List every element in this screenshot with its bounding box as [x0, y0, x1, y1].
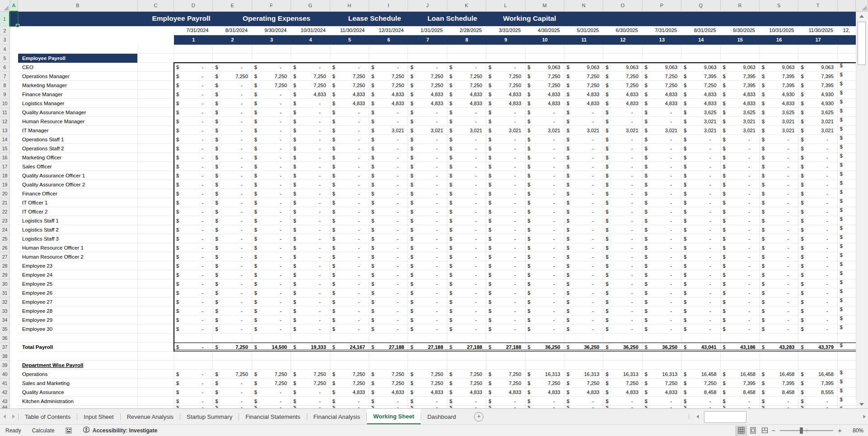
cell-I26[interactable]: $- [369, 243, 408, 252]
cell-D15[interactable]: $- [174, 144, 213, 153]
cell-K5[interactable] [447, 54, 486, 63]
cell-J28[interactable]: $- [408, 261, 447, 270]
cell-I8[interactable]: $7,250 [369, 81, 408, 90]
cell-T39[interactable] [798, 361, 837, 370]
cell-T33[interactable]: $- [798, 306, 837, 315]
cell-G14[interactable]: $- [291, 135, 330, 144]
cell-T17[interactable]: $- [798, 162, 837, 171]
cell-D31[interactable]: $- [174, 288, 213, 297]
cell-U19[interactable]: $ [838, 180, 856, 189]
cell-N6[interactable]: $9,063 [564, 63, 603, 72]
cell-H17[interactable]: $- [330, 162, 369, 171]
cell-D13[interactable]: $- [174, 126, 213, 135]
cell-I36[interactable] [369, 334, 408, 343]
cell-U14[interactable]: $ [838, 135, 856, 144]
cell-date-K2[interactable]: 2/28/2025 [447, 26, 486, 35]
cell-P33[interactable]: $- [643, 306, 681, 315]
cell-period-F3[interactable]: 3 [252, 35, 291, 45]
cell-G23[interactable]: $- [291, 216, 330, 225]
cell-J42[interactable]: $4,833 [408, 388, 447, 397]
cell-L19[interactable]: $- [486, 180, 525, 189]
row-label-36[interactable] [18, 334, 138, 343]
cell-T14[interactable]: $- [798, 135, 837, 144]
cell-R40[interactable]: $16,458 [721, 370, 760, 379]
cell-N30[interactable]: $- [564, 279, 603, 288]
cell-F7[interactable]: $7,250 [252, 72, 291, 81]
cell-E22[interactable]: $- [213, 207, 252, 216]
cell-K31[interactable]: $- [447, 288, 486, 297]
tab-financial-analysis[interactable]: Financial Analysis [307, 409, 366, 424]
cell-R23[interactable]: $- [721, 216, 760, 225]
cell-period-T3[interactable]: 17 [798, 35, 837, 45]
cell-E11[interactable]: $- [213, 108, 252, 117]
cell-G43[interactable]: $- [291, 397, 330, 406]
cell-K17[interactable]: $- [447, 162, 486, 171]
cell-N32[interactable]: $- [564, 297, 603, 306]
cell-F27[interactable]: $- [252, 252, 291, 261]
cell-R39[interactable] [721, 361, 760, 370]
cell-O15[interactable]: $- [603, 144, 642, 153]
cell-H13[interactable]: $- [330, 126, 369, 135]
cell-K23[interactable]: $- [447, 216, 486, 225]
row-label-41[interactable]: Sales and Marketing [18, 379, 138, 388]
cell-C23[interactable] [138, 216, 174, 225]
cell-S18[interactable]: $- [760, 171, 798, 180]
cell-N12[interactable]: $- [564, 117, 603, 126]
cell-N20[interactable]: $- [564, 189, 603, 198]
row-header-35[interactable]: 35 [0, 325, 10, 334]
cell-I18[interactable]: $- [369, 171, 408, 180]
cell-I31[interactable]: $- [369, 288, 408, 297]
cell-F16[interactable]: $- [252, 153, 291, 162]
cell-N19[interactable]: $- [564, 180, 603, 189]
cell-N8[interactable]: $7,250 [564, 81, 603, 90]
cell-P42[interactable]: $4,833 [643, 388, 681, 397]
cell-M43[interactable]: $- [525, 397, 564, 406]
cell-Q19[interactable]: $- [681, 180, 720, 189]
cell-C38[interactable] [138, 352, 174, 361]
cell-U17[interactable]: $ [838, 162, 856, 171]
cell-M33[interactable]: $- [525, 306, 564, 315]
cell-C14[interactable] [138, 135, 174, 144]
cell-F6[interactable]: $- [252, 63, 291, 72]
cell-K9[interactable]: $4,833 [447, 90, 486, 99]
cell-M5[interactable] [525, 54, 564, 63]
cell-E36[interactable] [213, 334, 252, 343]
cell-M14[interactable]: $- [525, 135, 564, 144]
cell-C39[interactable] [138, 361, 174, 370]
cell-C24[interactable] [138, 225, 174, 234]
cell-D35[interactable]: $- [174, 325, 213, 334]
cell-T34[interactable]: $- [798, 315, 837, 325]
cell-S42[interactable]: $8,458 [760, 388, 798, 397]
cell-O20[interactable]: $- [603, 189, 642, 198]
cell-date-partial[interactable]: 12, [838, 26, 856, 35]
cell-O41[interactable]: $7,250 [603, 379, 642, 388]
cell-S30[interactable]: $- [760, 279, 798, 288]
cell-D38[interactable] [174, 352, 213, 361]
cell-H30[interactable]: $- [330, 279, 369, 288]
cell-L32[interactable]: $- [486, 297, 525, 306]
cell-K19[interactable]: $- [447, 180, 486, 189]
cell-D33[interactable]: $- [174, 306, 213, 315]
cell-J5[interactable] [408, 54, 447, 63]
cell-H31[interactable]: $- [330, 288, 369, 297]
cell-C11[interactable] [138, 108, 174, 117]
cell-G31[interactable]: $- [291, 288, 330, 297]
cell-D23[interactable]: $- [174, 216, 213, 225]
cell-I14[interactable]: $- [369, 135, 408, 144]
cell-J36[interactable] [408, 334, 447, 343]
cell-P32[interactable]: $- [643, 297, 681, 306]
col-header-S[interactable]: S [760, 0, 798, 12]
cell-L11[interactable]: $- [486, 108, 525, 117]
cell-N10[interactable]: $4,833 [564, 99, 603, 108]
cell-T4[interactable] [798, 45, 837, 54]
cell-Q29[interactable]: $- [681, 270, 720, 279]
cell-K13[interactable]: $3,021 [447, 126, 486, 135]
cell-Q43[interactable]: $- [681, 397, 720, 406]
cell-T41[interactable]: $7,395 [798, 379, 837, 388]
cell-J24[interactable]: $- [408, 225, 447, 234]
cell-C20[interactable] [138, 189, 174, 198]
cell-O23[interactable]: $- [603, 216, 642, 225]
cell-S43[interactable]: $- [760, 397, 798, 406]
cell-P5[interactable] [643, 54, 681, 63]
cell-T30[interactable]: $- [798, 279, 837, 288]
